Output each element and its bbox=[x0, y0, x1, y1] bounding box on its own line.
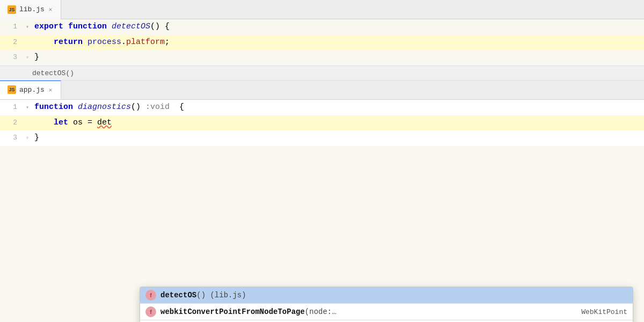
app-fold-3[interactable]: ▿ bbox=[26, 130, 32, 146]
app-line-content-2: let os = det bbox=[32, 115, 644, 130]
lib-line-number-3: 3 bbox=[0, 50, 26, 65]
lib-line-2: 2 return process.platform; bbox=[0, 35, 644, 50]
app-line-content-3: } bbox=[32, 130, 644, 145]
lib-line-3: 3 ▿ } bbox=[0, 50, 644, 65]
lib-line-number-2: 2 bbox=[0, 35, 26, 50]
detectos-name: detectOS() (lib.js) bbox=[160, 291, 246, 299]
app-js-icon: JS bbox=[8, 85, 16, 94]
app-tab-bar: JS app.js ✕ bbox=[0, 80, 644, 100]
tab-app-js[interactable]: JS app.js ✕ bbox=[0, 80, 61, 99]
lib-js-icon: JS bbox=[8, 5, 16, 14]
app-line-number-2: 2 bbox=[0, 115, 26, 130]
lib-line-content-2: return process.platform; bbox=[32, 35, 644, 50]
tab-lib-js[interactable]: JS lib.js ✕ bbox=[0, 0, 61, 19]
app-fold-1[interactable]: ▾ bbox=[26, 100, 32, 115]
lib-line-content-3: } bbox=[32, 50, 644, 65]
detectos-icon: f bbox=[145, 290, 156, 301]
lib-editor-pane: 1 ▾ export function detectOS() { 2 retur… bbox=[0, 19, 644, 80]
app-line-3: 3 ▿ } bbox=[0, 130, 644, 146]
app-line-number-1: 1 bbox=[0, 100, 26, 115]
webkit-type-label: WebKitPoint bbox=[581, 308, 627, 316]
autocomplete-dropdown: f detectOS() (lib.js) f webkitConvertPoi… bbox=[140, 287, 633, 322]
lib-js-close-icon[interactable]: ✕ bbox=[48, 5, 54, 14]
app-js-close-icon[interactable]: ✕ bbox=[48, 85, 54, 94]
lib-line-1: 1 ▾ export function detectOS() { bbox=[0, 19, 644, 35]
lib-fold-3[interactable]: ▿ bbox=[26, 50, 32, 65]
autocomplete-item-webkit[interactable]: f webkitConvertPointFromNodeToPage(node:… bbox=[140, 304, 633, 320]
app-line-1: 1 ▾ function diagnostics() :void { bbox=[0, 100, 644, 115]
lib-js-tab-label: lib.js bbox=[19, 5, 45, 13]
lib-line-content-1: export function detectOS() { bbox=[32, 19, 644, 34]
app-line-number-3: 3 bbox=[0, 130, 26, 145]
lib-fold-1[interactable]: ▾ bbox=[26, 19, 32, 35]
app-editor-pane: 1 ▾ function diagnostics() :void { 2 let… bbox=[0, 100, 644, 146]
app-line-2: 2 let os = det bbox=[0, 115, 644, 130]
webkit-name: webkitConvertPointFromNodeToPage(node:… bbox=[160, 308, 336, 316]
app-line-content-1: function diagnostics() :void { bbox=[32, 100, 644, 115]
lib-line-number-1: 1 bbox=[0, 19, 26, 34]
lib-breadcrumb: detectOS() bbox=[0, 65, 644, 80]
app-js-tab-label: app.js bbox=[19, 86, 45, 94]
webkit-icon: f bbox=[145, 306, 156, 317]
autocomplete-item-detectos[interactable]: f detectOS() (lib.js) bbox=[140, 287, 633, 303]
lib-tab-bar: JS lib.js ✕ bbox=[0, 0, 644, 19]
lib-breadcrumb-text: detectOS() bbox=[32, 69, 74, 77]
